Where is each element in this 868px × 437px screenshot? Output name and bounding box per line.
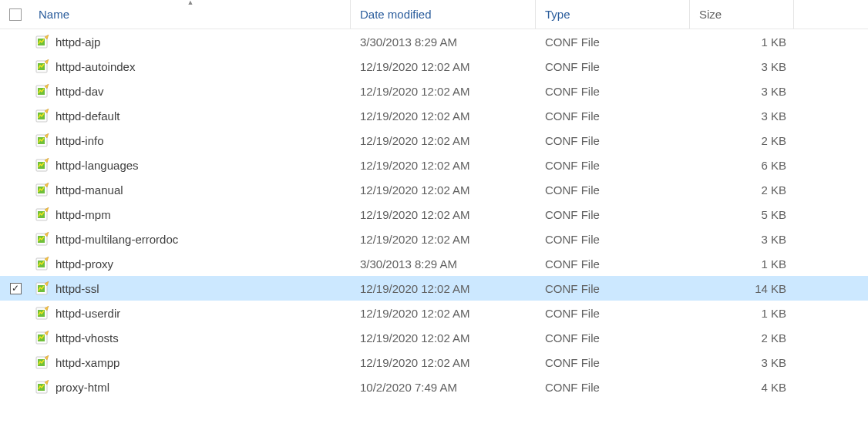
header-label: Name: [39, 8, 69, 21]
cell-size: 3 KB: [690, 233, 794, 246]
file-name: httpd-xampp: [56, 356, 119, 369]
conf-file-icon: [35, 331, 49, 345]
file-date: 12/19/2020 12:02 AM: [360, 307, 470, 320]
column-header-name[interactable]: Name ▲: [31, 0, 351, 29]
table-row[interactable]: httpd-multilang-errordoc 12/19/2020 12:0…: [0, 227, 868, 251]
table-row[interactable]: httpd-manual 12/19/2020 12:02 AM CONF Fi…: [0, 177, 868, 202]
file-date: 12/19/2020 12:02 AM: [360, 134, 470, 147]
file-size: 1 KB: [761, 35, 786, 49]
cell-type: CONF File: [536, 282, 690, 295]
table-row[interactable]: proxy-html 10/2/2020 7:49 AM CONF File 4…: [0, 375, 868, 399]
conf-file-icon: [35, 207, 49, 221]
cell-size: 3 KB: [690, 60, 794, 73]
cell-size: 6 KB: [690, 159, 794, 172]
cell-type: CONF File: [536, 134, 690, 147]
cell-date: 12/19/2020 12:02 AM: [351, 208, 536, 221]
file-type: CONF File: [545, 134, 600, 147]
cell-size: 14 KB: [690, 282, 794, 295]
cell-type: CONF File: [536, 183, 690, 197]
table-row[interactable]: httpd-mpm 12/19/2020 12:02 AM CONF File …: [0, 202, 868, 227]
column-header-type[interactable]: Type: [536, 0, 690, 29]
cell-name: httpd-ajp: [31, 35, 351, 49]
file-type: CONF File: [545, 282, 600, 295]
cell-name: httpd-info: [31, 133, 351, 147]
cell-name: httpd-xampp: [31, 355, 351, 369]
cell-type: CONF File: [536, 381, 690, 394]
conf-file-icon: [35, 133, 49, 147]
row-checkbox[interactable]: ✓: [10, 283, 22, 294]
file-size: 5 KB: [761, 208, 786, 221]
table-row[interactable]: httpd-userdir 12/19/2020 12:02 AM CONF F…: [0, 301, 868, 325]
conf-file-icon: [35, 281, 49, 295]
file-date: 12/19/2020 12:02 AM: [360, 109, 470, 123]
conf-file-icon: [35, 109, 49, 123]
file-size: 2 KB: [761, 331, 786, 345]
select-all-checkbox[interactable]: [9, 8, 22, 21]
file-date: 12/19/2020 12:02 AM: [360, 208, 470, 221]
file-date: 12/19/2020 12:02 AM: [360, 233, 470, 246]
table-row[interactable]: httpd-autoindex 12/19/2020 12:02 AM CONF…: [0, 54, 868, 79]
file-name: httpd-multilang-errordoc: [56, 233, 178, 246]
cell-date: 12/19/2020 12:02 AM: [351, 109, 536, 123]
cell-size: 3 KB: [690, 109, 794, 123]
file-name: httpd-ajp: [56, 35, 100, 49]
file-size: 3 KB: [761, 60, 786, 73]
table-row[interactable]: httpd-xampp 12/19/2020 12:02 AM CONF Fil…: [0, 350, 868, 375]
file-name: httpd-languages: [56, 159, 139, 172]
conf-file-icon: [35, 183, 49, 197]
file-date: 3/30/2013 8:29 AM: [360, 257, 457, 271]
file-type: CONF File: [545, 109, 600, 123]
file-name: httpd-proxy: [56, 257, 113, 271]
header-label: Type: [545, 8, 570, 21]
file-name: httpd-dav: [56, 85, 104, 98]
header-label: Size: [699, 8, 722, 21]
cell-date: 3/30/2013 8:29 AM: [351, 257, 536, 271]
column-header-date[interactable]: Date modified: [351, 0, 536, 29]
cell-name: httpd-vhosts: [31, 331, 351, 345]
file-type: CONF File: [545, 381, 600, 394]
cell-date: 3/30/2013 8:29 AM: [351, 35, 536, 49]
file-name: httpd-info: [56, 134, 104, 147]
cell-name: httpd-ssl: [31, 281, 351, 295]
conf-file-icon: [35, 35, 49, 49]
file-name: httpd-default: [56, 109, 119, 123]
file-date: 12/19/2020 12:02 AM: [360, 183, 470, 197]
cell-name: httpd-multilang-errordoc: [31, 232, 351, 246]
table-row[interactable]: httpd-proxy 3/30/2013 8:29 AM CONF File …: [0, 251, 868, 276]
file-type: CONF File: [545, 208, 600, 221]
conf-file-icon: [35, 59, 49, 73]
cell-name: proxy-html: [31, 380, 351, 394]
conf-file-icon: [35, 232, 49, 246]
cell-size: 1 KB: [690, 257, 794, 271]
table-row[interactable]: httpd-vhosts 12/19/2020 12:02 AM CONF Fi…: [0, 325, 868, 350]
cell-size: 3 KB: [690, 85, 794, 98]
file-date: 12/19/2020 12:02 AM: [360, 159, 470, 172]
file-size: 4 KB: [761, 381, 786, 394]
column-header-size[interactable]: Size: [690, 0, 794, 29]
file-size: 3 KB: [761, 109, 786, 123]
table-row[interactable]: httpd-info 12/19/2020 12:02 AM CONF File…: [0, 128, 868, 153]
table-row[interactable]: ✓ httpd-ssl 12/19/2020 12:02 AM CONF Fil…: [0, 276, 868, 301]
file-name: httpd-vhosts: [56, 331, 119, 345]
cell-type: CONF File: [536, 60, 690, 73]
cell-type: CONF File: [536, 356, 690, 369]
table-row[interactable]: httpd-ajp 3/30/2013 8:29 AM CONF File 1 …: [0, 29, 868, 54]
file-rows-container: httpd-ajp 3/30/2013 8:29 AM CONF File 1 …: [0, 29, 868, 399]
file-type: CONF File: [545, 307, 600, 320]
file-list-table: Name ▲ Date modified Type Size httpd-ajp…: [0, 0, 868, 399]
file-size: 3 KB: [761, 85, 786, 98]
file-date: 12/19/2020 12:02 AM: [360, 60, 470, 73]
column-header-row: Name ▲ Date modified Type Size: [0, 0, 868, 29]
cell-name: httpd-manual: [31, 183, 351, 197]
conf-file-icon: [35, 380, 49, 394]
table-row[interactable]: httpd-dav 12/19/2020 12:02 AM CONF File …: [0, 79, 868, 103]
table-row[interactable]: httpd-languages 12/19/2020 12:02 AM CONF…: [0, 153, 868, 177]
header-label: Date modified: [360, 8, 432, 21]
file-date: 12/19/2020 12:02 AM: [360, 331, 470, 345]
select-all-wrap: [0, 8, 31, 21]
file-name: httpd-ssl: [56, 282, 99, 295]
cell-size: 4 KB: [690, 381, 794, 394]
file-date: 12/19/2020 12:02 AM: [360, 282, 470, 295]
table-row[interactable]: httpd-default 12/19/2020 12:02 AM CONF F…: [0, 103, 868, 128]
file-size: 6 KB: [761, 159, 786, 172]
